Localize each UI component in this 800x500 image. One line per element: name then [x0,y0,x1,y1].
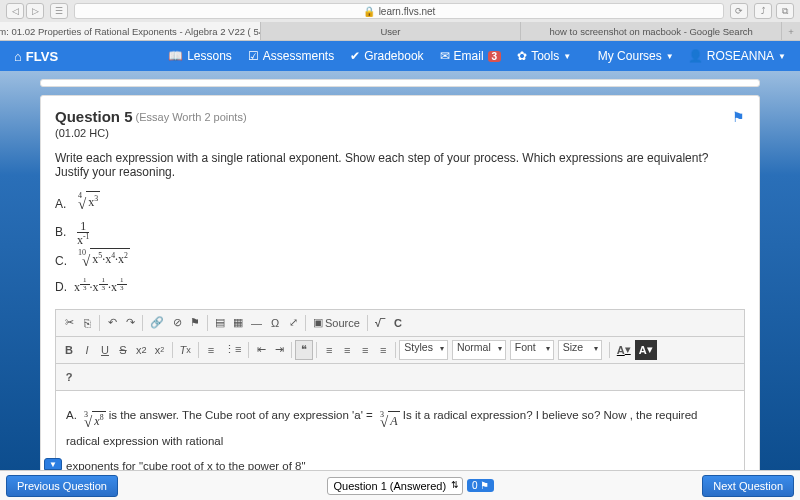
bgcolor-button[interactable]: A▾ [635,340,657,360]
subscript-button[interactable]: x2 [132,340,151,360]
nav-my-courses[interactable]: My Courses ▼ [598,49,674,63]
question-points: (Essay Worth 2 points) [136,111,247,123]
page-body: Question 5 (Essay Worth 2 points) ⚑ (01.… [0,71,800,471]
format-select[interactable]: Normal [452,340,506,360]
url-host: learn.flvs.net [379,6,436,17]
link-button[interactable]: 🔗 [146,313,168,333]
chevron-down-icon: ▼ [778,52,786,61]
unlink-button[interactable]: ⊘ [168,313,186,333]
user-icon: 👤 [688,49,703,63]
strike-button[interactable]: S [114,340,132,360]
superscript-button[interactable]: x2 [151,340,169,360]
editor-content[interactable]: A. 3√x8 is the answer. The Cube root of … [56,391,744,471]
share-button[interactable]: ⤴ [754,3,772,19]
forward-button[interactable]: ▷ [26,3,44,19]
hr-button[interactable]: — [247,313,266,333]
indent-button[interactable]: ⇥ [270,340,288,360]
nav-email[interactable]: ✉Email 3 [440,49,502,63]
bulletlist-button[interactable]: ⋮≡ [220,340,245,360]
bold-button[interactable]: B [60,340,78,360]
gear-icon: ✿ [517,49,527,63]
brand-link[interactable]: ⌂ FLVS [14,49,58,64]
source-button[interactable]: ▣ Source [309,313,364,333]
nav-user[interactable]: 👤ROSEANNA ▼ [688,49,786,63]
underline-button[interactable]: U [96,340,114,360]
italic-button[interactable]: I [78,340,96,360]
chevron-down-icon: ▼ [666,52,674,61]
align-justify-button[interactable]: ≡ [374,340,392,360]
image-button[interactable]: ▤ [211,313,229,333]
answer-choices: A. 4√x3 B. 1x-1 C. 10√x5·x4·x2 D. x13·x1… [55,191,745,299]
flag-button[interactable]: ⚑ [732,109,745,125]
tab-user[interactable]: User [261,22,522,40]
bottom-bar: Previous Question Question 1 (Answered) … [0,470,800,500]
question-code: (01.02 HC) [55,127,745,139]
home-icon: ⌂ [14,49,22,64]
nav-tools[interactable]: ✿Tools ▼ [517,49,571,63]
url-bar[interactable]: 🔒 learn.flvs.net [74,3,724,19]
align-center-button[interactable]: ≡ [338,340,356,360]
copy-button[interactable]: ⎘ [78,313,96,333]
lock-icon: 🔒 [363,6,375,17]
omega-button[interactable]: Ω [266,313,284,333]
redo-button[interactable]: ↷ [121,313,139,333]
sqrt-button[interactable]: √‾ [371,313,389,333]
check-icon: ✔ [350,49,360,63]
tabs-button[interactable]: ⧉ [776,3,794,19]
nav-lessons[interactable]: 📖Lessons [168,49,232,63]
cut-button[interactable]: ✂ [60,313,78,333]
choice-c: C. 10√x5·x4·x2 [55,248,745,275]
align-right-button[interactable]: ≡ [356,340,374,360]
table-button[interactable]: ▦ [229,313,247,333]
rich-text-editor: ✂ ⎘ ↶ ↷ 🔗 ⊘ ⚑ ▤ ▦ — Ω ⤢ ▣ Source √‾ C [55,309,745,471]
question-prompt: Write each expression with a single rati… [55,151,745,179]
reload-button[interactable]: ⟳ [730,3,748,19]
removeformat-button[interactable]: Tx [176,340,195,360]
choice-d: D. x13·x13·x13 [55,277,745,299]
choice-b: B. 1x-1 [55,220,745,246]
collapse-prev-toggle[interactable]: ▼ [44,458,62,470]
choice-a: A. 4√x3 [55,191,745,218]
outdent-button[interactable]: ⇤ [252,340,270,360]
editor-toolbar-row3: ? [56,364,744,391]
top-panel-sliver [40,79,760,87]
align-left-button[interactable]: ≡ [320,340,338,360]
help-button[interactable]: ? [60,367,78,387]
flag-count-badge[interactable]: 0 ⚑ [467,479,494,492]
previous-question-button[interactable]: Previous Question [6,475,118,497]
question-title: Question 5 [55,108,133,125]
tab-search[interactable]: how to screenshot on macbook - Google Se… [521,22,782,40]
flag-button-editor[interactable]: ⚑ [186,313,204,333]
question-selector[interactable]: Question 1 (Answered) [327,477,464,495]
numlist-button[interactable]: ≡ [202,340,220,360]
font-select[interactable]: Font [510,340,554,360]
editor-toolbar-row1: ✂ ⎘ ↶ ↷ 🔗 ⊘ ⚑ ▤ ▦ — Ω ⤢ ▣ Source √‾ C [56,310,744,337]
book-icon: 📖 [168,49,183,63]
sidebar-button[interactable]: ☰ [50,3,68,19]
styles-select[interactable]: Styles [399,340,448,360]
chevron-down-icon: ▼ [563,52,571,61]
nav-gradebook[interactable]: ✔Gradebook [350,49,423,63]
browser-chrome: ◁ ▷ ☰ 🔒 learn.flvs.net ⟳ ⤴ ⧉ Exam: 01.02… [0,0,800,41]
question-panel: Question 5 (Essay Worth 2 points) ⚑ (01.… [40,95,760,471]
editor-toolbar-row2: B I U S x2 x2 Tx ≡ ⋮≡ ⇤ ⇥ ❝ ≡ ≡ ≡ ≡ [56,337,744,364]
nav-assessments[interactable]: ☑Assessments [248,49,334,63]
clipboard-icon: ☑ [248,49,259,63]
email-badge: 3 [488,51,502,62]
blockquote-button[interactable]: ❝ [295,340,313,360]
clear-button[interactable]: C [389,313,407,333]
app-navbar: ⌂ FLVS 📖Lessons ☑Assessments ✔Gradebook … [0,41,800,71]
undo-button[interactable]: ↶ [103,313,121,333]
size-select[interactable]: Size [558,340,602,360]
back-button[interactable]: ◁ [6,3,24,19]
next-question-button[interactable]: Next Question [702,475,794,497]
tab-strip: Exam: 01.02 Properties of Rational Expon… [0,22,800,40]
textcolor-button[interactable]: A▾ [613,340,635,360]
new-tab-button[interactable]: + [782,22,800,40]
mail-icon: ✉ [440,49,450,63]
tab-exam[interactable]: Exam: 01.02 Properties of Rational Expon… [0,22,261,40]
expand-button[interactable]: ⤢ [284,313,302,333]
brand-text: FLVS [26,49,58,64]
